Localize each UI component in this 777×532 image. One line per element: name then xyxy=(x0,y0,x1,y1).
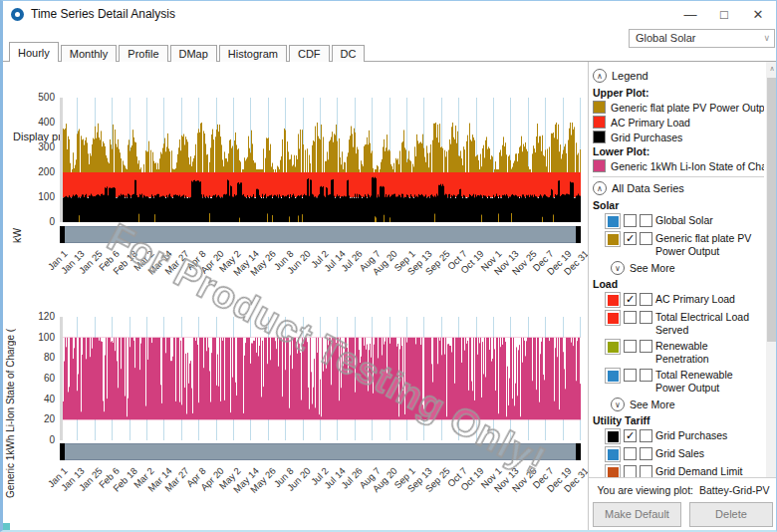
see-more-toggle[interactable]: ∨See More xyxy=(611,398,764,411)
sensitivity-dropdown[interactable]: Global Solar ∨ xyxy=(629,29,775,48)
series-color-button[interactable] xyxy=(605,464,621,477)
series-color-button[interactable] xyxy=(605,213,621,229)
series-secondary-checkbox[interactable] xyxy=(640,311,652,324)
series-visible-checkbox[interactable]: ✓ xyxy=(624,232,637,245)
series-group-load: Load xyxy=(593,278,764,290)
series-visible-checkbox[interactable] xyxy=(624,340,637,353)
window: Time Series Detail Analysis — □ ✕ Global… xyxy=(0,0,777,532)
series-visible-checkbox[interactable] xyxy=(624,214,637,227)
y-tick-label: 100 xyxy=(17,332,55,343)
maximize-icon[interactable]: □ xyxy=(708,3,740,27)
series-secondary-checkbox[interactable] xyxy=(640,232,652,245)
series-visible-checkbox[interactable]: ✓ xyxy=(624,429,637,442)
y-tick-label: 60 xyxy=(17,373,55,384)
upper-chart-plot[interactable] xyxy=(60,98,581,222)
series-color-fill xyxy=(608,449,619,460)
series-visible-checkbox[interactable] xyxy=(624,465,637,477)
tab-profile[interactable]: Profile xyxy=(119,45,167,62)
footer-divider xyxy=(589,477,777,478)
series-row: Renewable Penetration xyxy=(605,339,764,366)
series-row: Grid Demand Limit xyxy=(605,464,764,477)
legend-item: AC Primary Load xyxy=(593,116,764,129)
see-more-label: See More xyxy=(630,262,675,274)
y-tick-label: 120 xyxy=(17,311,55,322)
chevron-down-icon: ∨ xyxy=(611,398,625,411)
tab-histogram[interactable]: Histogram xyxy=(219,45,287,62)
series-row: ✓Grid Purchases xyxy=(605,428,764,444)
series-visible-checkbox[interactable] xyxy=(624,311,637,324)
series-visible-checkbox[interactable] xyxy=(624,369,637,382)
lower-plot-label: Lower Plot: xyxy=(593,145,764,157)
series-row: Global Solar xyxy=(605,213,764,229)
all-data-series-header: ∧ All Data Series xyxy=(593,181,764,195)
series-color-button[interactable] xyxy=(605,446,621,462)
series-secondary-checkbox[interactable] xyxy=(640,465,652,477)
series-visible-checkbox[interactable] xyxy=(624,447,637,460)
delete-button[interactable]: Delete xyxy=(689,502,773,527)
collapse-icon[interactable]: ∧ xyxy=(593,69,607,83)
series-color-button[interactable] xyxy=(605,368,621,384)
series-color-button[interactable] xyxy=(605,292,621,308)
make-default-button[interactable]: Make Default xyxy=(593,502,681,527)
see-more-toggle[interactable]: ∨See More xyxy=(611,261,764,275)
y-tick-label: 0 xyxy=(17,434,55,445)
series-color-button[interactable] xyxy=(605,428,621,444)
series-secondary-checkbox[interactable] xyxy=(640,447,652,460)
tab-hourly[interactable]: Hourly xyxy=(9,42,59,62)
series-secondary-checkbox[interactable] xyxy=(640,293,652,306)
series-color-button[interactable] xyxy=(605,231,621,247)
range-handle-right[interactable] xyxy=(576,443,581,460)
upper-plot-label: Upper Plot: xyxy=(593,87,764,99)
tab-dmap[interactable]: DMap xyxy=(170,45,217,62)
tab-cdf[interactable]: CDF xyxy=(289,45,330,62)
legend-section-header: ∧ Legend xyxy=(593,69,764,83)
all-data-series-label: All Data Series xyxy=(612,182,684,194)
minimize-icon[interactable]: — xyxy=(674,3,706,27)
scrollbar-thumb[interactable] xyxy=(767,78,777,342)
tab-dc[interactable]: DC xyxy=(332,45,366,62)
series-visible-checkbox[interactable]: ✓ xyxy=(624,293,637,306)
collapse-icon[interactable]: ∧ xyxy=(593,181,607,195)
range-handle-left[interactable] xyxy=(60,226,65,243)
y-tick-label: 300 xyxy=(17,141,55,152)
legend-header-label: Legend xyxy=(612,70,648,82)
series-color-fill xyxy=(608,342,619,353)
close-icon[interactable]: ✕ xyxy=(742,3,774,27)
series-label: Grid Demand Limit xyxy=(655,464,743,477)
viewing-plot-status: You are viewing plot: Battey-Grid-PV xyxy=(589,484,777,496)
y-tick-label: 200 xyxy=(17,166,55,177)
legend-item-label: Generic 1kWh Li-Ion State of Charge xyxy=(611,160,764,172)
y-tick-label: 500 xyxy=(17,92,55,103)
upper-chart-ylabel: kW xyxy=(11,173,23,243)
range-handle-left[interactable] xyxy=(60,443,65,460)
legend-item-label: Generic flat plate PV Power Output xyxy=(611,102,764,114)
series-color-fill xyxy=(608,234,619,245)
see-more-label: See More xyxy=(630,399,675,410)
lower-chart-ylabel: Generic 1kWh Li-Ion State of Charge ( xyxy=(5,299,16,498)
legend-color-swatch xyxy=(593,101,606,114)
y-tick-label: 0 xyxy=(17,216,55,227)
series-color-button[interactable] xyxy=(605,339,621,355)
series-color-fill xyxy=(608,431,619,442)
series-secondary-checkbox[interactable] xyxy=(640,429,652,442)
range-handle-right[interactable] xyxy=(576,226,581,243)
legend-panel: ∧ Legend Upper Plot: Generic flat plate … xyxy=(589,62,766,477)
viewing-plot-label: You are viewing plot: xyxy=(598,484,694,496)
tab-monthly[interactable]: Monthly xyxy=(61,45,118,62)
series-label: Generic flat plate PV Power Output xyxy=(655,231,764,258)
series-group-solar: Solar xyxy=(593,199,764,211)
lower-chart-range-scrollbar[interactable] xyxy=(60,443,581,460)
series-groups: SolarGlobal Solar✓Generic flat plate PV … xyxy=(593,199,764,477)
chart-area: Display pre-set plot: Date: 9/21/2007 11… xyxy=(3,62,587,532)
resize-corner xyxy=(3,523,10,530)
series-secondary-checkbox[interactable] xyxy=(640,340,652,353)
lower-chart-plot[interactable] xyxy=(60,317,581,440)
scroll-up-icon[interactable]: ∧ xyxy=(766,62,777,76)
panel-scrollbar[interactable]: ∧ xyxy=(766,62,777,477)
series-secondary-checkbox[interactable] xyxy=(640,369,652,382)
legend-color-swatch xyxy=(593,116,606,129)
legend-upper-items: Generic flat plate PV Power OutputAC Pri… xyxy=(593,101,764,143)
upper-chart-range-scrollbar[interactable] xyxy=(60,226,581,243)
series-secondary-checkbox[interactable] xyxy=(640,214,652,227)
series-color-button[interactable] xyxy=(605,310,621,326)
